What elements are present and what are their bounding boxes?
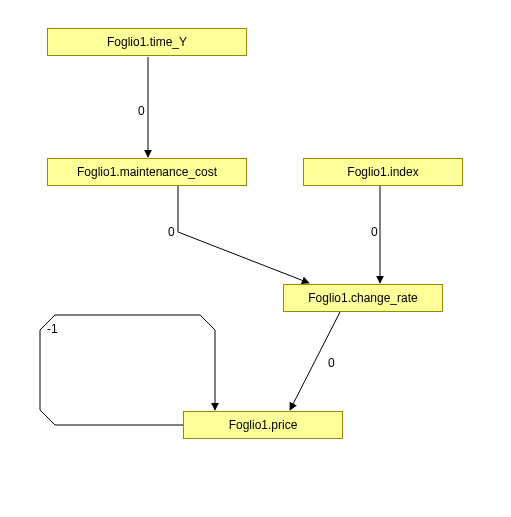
diagram-canvas: Foglio1.time_Y Foglio1.maintenance_cost … bbox=[0, 0, 511, 517]
node-label: Foglio1.price bbox=[229, 418, 298, 432]
node-change-rate[interactable]: Foglio1.change_rate bbox=[283, 284, 443, 312]
node-label: Foglio1.change_rate bbox=[308, 291, 417, 305]
node-label: Foglio1.time_Y bbox=[107, 35, 187, 49]
node-label: Foglio1.index bbox=[347, 165, 418, 179]
edge-label-maintenance-to-change: 0 bbox=[168, 225, 175, 239]
node-index[interactable]: Foglio1.index bbox=[303, 158, 463, 186]
edge-label-change-to-price: 0 bbox=[328, 356, 335, 370]
edges-layer bbox=[0, 0, 511, 517]
edge-label-index-to-change: 0 bbox=[371, 225, 378, 239]
edge-label-price-self: -1 bbox=[47, 322, 58, 336]
node-maintenance-cost[interactable]: Foglio1.maintenance_cost bbox=[47, 158, 247, 186]
edge-price-self-loop bbox=[40, 315, 215, 425]
edge-maintenance-to-change bbox=[178, 186, 309, 283]
edge-label-time-to-maintenance: 0 bbox=[138, 104, 145, 118]
node-time-y[interactable]: Foglio1.time_Y bbox=[47, 28, 247, 56]
node-label: Foglio1.maintenance_cost bbox=[77, 165, 217, 179]
node-price[interactable]: Foglio1.price bbox=[183, 411, 343, 439]
